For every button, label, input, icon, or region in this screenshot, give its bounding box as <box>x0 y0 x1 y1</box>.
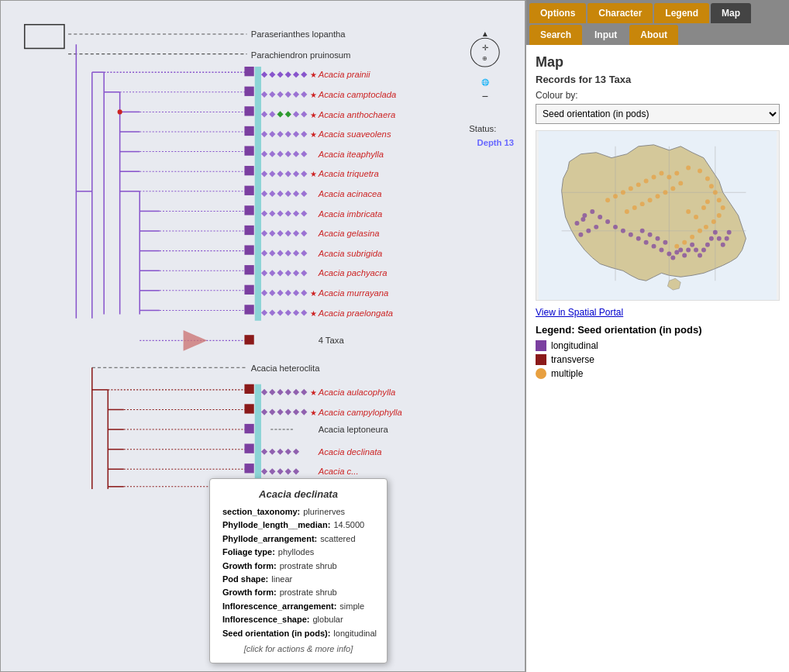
svg-point-241 <box>674 244 679 249</box>
svg-point-242 <box>667 174 671 179</box>
svg-rect-42 <box>244 87 253 96</box>
longitudinal-label: longitudinal <box>551 340 598 351</box>
svg-point-267 <box>613 225 618 229</box>
svg-rect-49 <box>244 226 253 235</box>
legend-item-longitudinal: longitudinal <box>536 340 780 351</box>
svg-point-265 <box>598 215 602 219</box>
svg-point-266 <box>605 219 610 224</box>
svg-text:Acacia murrayana: Acacia murrayana <box>318 288 389 298</box>
svg-point-259 <box>686 209 691 214</box>
svg-point-268 <box>621 229 625 233</box>
transverse-label: transverse <box>551 354 594 365</box>
tab-map[interactable]: Map <box>711 3 751 23</box>
multiple-swatch <box>536 368 546 379</box>
svg-text:★: ★ <box>310 111 317 119</box>
svg-text:Acacia declinata: Acacia declinata <box>318 447 382 457</box>
svg-rect-46 <box>244 166 253 175</box>
svg-text:Depth 13: Depth 13 <box>477 138 515 147</box>
records-text: Records for 13 Taxa <box>536 74 780 85</box>
svg-point-255 <box>648 198 653 202</box>
colour-by-select[interactable]: Seed orientation (in pods) <box>536 104 780 124</box>
svg-point-258 <box>625 209 629 214</box>
tree-svg: Paraserianthes lopantha Parachiendron pr… <box>1 1 525 493</box>
svg-text:Acacia imbricata: Acacia imbricata <box>318 209 383 219</box>
svg-point-244 <box>652 174 656 179</box>
svg-point-269 <box>629 233 633 237</box>
svg-point-284 <box>670 256 675 260</box>
svg-text:−: − <box>482 90 488 102</box>
tooltip-action[interactable]: [click for actions & more info] <box>222 644 374 653</box>
svg-text:Acacia pachyacra: Acacia pachyacra <box>318 268 388 277</box>
svg-point-291 <box>698 253 702 258</box>
tab-input[interactable]: Input <box>584 25 628 45</box>
svg-text:Acacia triquetra: Acacia triquetra <box>318 169 379 178</box>
svg-rect-53 <box>244 305 253 314</box>
svg-point-233 <box>717 198 722 202</box>
multiple-label: multiple <box>551 368 583 379</box>
tab-character[interactable]: Character <box>587 3 653 23</box>
svg-text:Acacia anthochaera: Acacia anthochaera <box>318 110 395 119</box>
transverse-swatch <box>536 354 546 365</box>
svg-text:★: ★ <box>310 71 317 79</box>
svg-point-240 <box>682 240 687 245</box>
svg-point-19 <box>118 109 122 114</box>
species-tooltip[interactable]: Acacia declinata section_taxonomy: pluri… <box>209 478 388 663</box>
svg-point-251 <box>678 181 683 185</box>
svg-point-287 <box>682 253 687 258</box>
svg-point-280 <box>578 233 583 237</box>
map-title: Map <box>536 54 780 71</box>
svg-rect-43 <box>244 106 253 115</box>
svg-text:★: ★ <box>310 289 317 298</box>
main-container: Paraserianthes lopantha Parachiendron pr… <box>0 0 789 672</box>
svg-text:Acacia acinacea: Acacia acinacea <box>318 189 382 198</box>
svg-point-256 <box>640 202 645 206</box>
svg-text:Acacia campylophylla: Acacia campylophylla <box>318 408 402 417</box>
svg-rect-172 <box>244 404 253 413</box>
svg-text:Acacia aulacophylla: Acacia aulacophylla <box>318 388 395 397</box>
svg-point-261 <box>701 205 706 210</box>
svg-text:Acacia suaveolens: Acacia suaveolens <box>318 129 391 139</box>
australia-map <box>536 130 780 301</box>
svg-text:★: ★ <box>310 91 317 99</box>
svg-text:Acacia camptoclada: Acacia camptoclada <box>318 90 397 99</box>
svg-text:Parachiendron pruinosum: Parachiendron pruinosum <box>251 50 351 60</box>
svg-point-239 <box>690 235 694 240</box>
svg-point-298 <box>725 236 729 241</box>
svg-text:✛: ✛ <box>482 43 488 52</box>
svg-rect-174 <box>244 444 253 453</box>
svg-rect-50 <box>244 245 253 254</box>
svg-rect-44 <box>244 126 253 136</box>
svg-rect-177 <box>255 384 261 493</box>
svg-point-283 <box>667 252 671 257</box>
svg-rect-52 <box>244 285 253 295</box>
tab-about[interactable]: About <box>629 25 678 45</box>
svg-rect-171 <box>244 384 253 394</box>
svg-point-229 <box>698 169 702 174</box>
svg-point-237 <box>704 225 708 229</box>
svg-text:4 Taxa: 4 Taxa <box>319 336 345 345</box>
svg-point-230 <box>705 176 710 181</box>
svg-point-264 <box>590 209 594 214</box>
svg-text:Acacia praelongata: Acacia praelongata <box>318 308 393 318</box>
svg-point-235 <box>717 213 722 218</box>
svg-text:Acacia leptoneura: Acacia leptoneura <box>319 425 389 434</box>
tab-legend[interactable]: Legend <box>654 3 709 23</box>
svg-rect-47 <box>244 186 253 195</box>
svg-point-277 <box>640 229 645 233</box>
tooltip-fields: section_taxonomy: plurinerves Phyllode_l… <box>222 506 374 639</box>
svg-point-238 <box>698 229 702 233</box>
svg-point-278 <box>594 225 598 229</box>
svg-point-228 <box>686 166 691 171</box>
svg-text:Status:: Status: <box>469 124 496 133</box>
svg-point-262 <box>705 199 710 204</box>
svg-rect-54 <box>244 335 253 344</box>
svg-point-246 <box>636 182 641 187</box>
right-panel: Options Character Legend Map Search Inpu… <box>525 0 789 672</box>
svg-point-273 <box>659 248 663 253</box>
spatial-portal-link[interactable]: View in Spatial Portal <box>536 307 780 318</box>
tab-options[interactable]: Options <box>529 3 586 23</box>
tab-search[interactable]: Search <box>529 25 582 45</box>
svg-text:Acacia c...: Acacia c... <box>318 467 359 476</box>
legend-title: Legend: Seed orientation (in pods) <box>536 324 780 336</box>
svg-point-289 <box>690 243 694 247</box>
